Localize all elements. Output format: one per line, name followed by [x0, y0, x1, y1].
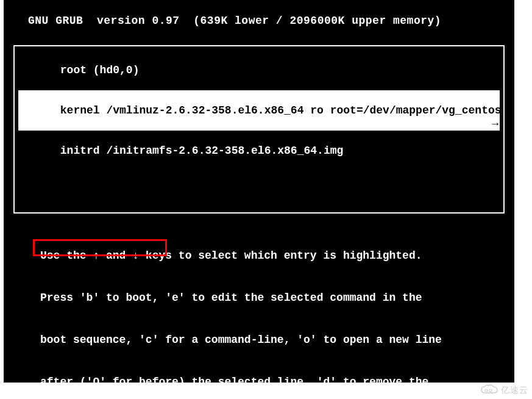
help-line-1: Use the ↑ and ↓ keys to select which ent…: [40, 249, 514, 263]
continuation-arrow-icon: →: [492, 117, 500, 131]
menu-entry-text: initrd /initramfs-2.6.32-358.el6.x86_64.…: [60, 145, 343, 157]
menu-entry-text: root (hd0,0): [60, 64, 140, 76]
help-text-block: Use the ↑ and ↓ keys to select which ent…: [40, 221, 514, 399]
watermark: 亿速云: [480, 384, 528, 397]
help-line-3: boot sequence, 'c' for a command-line, '…: [40, 333, 514, 347]
watermark-text: 亿速云: [501, 385, 528, 396]
help-line-2: Press 'b' to boot, 'e' to edit the selec…: [40, 291, 514, 305]
cloud-icon: [480, 384, 498, 397]
menu-entry-root[interactable]: root (hd0,0): [18, 50, 500, 90]
menu-entry-kernel[interactable]: kernel /vmlinuz-2.6.32-358.el6.x86_64 ro…: [18, 90, 500, 131]
menu-entry-text: kernel /vmlinuz-2.6.32-358.el6.x86_64 ro…: [60, 104, 505, 117]
grub-console: GNU GRUB version 0.97 (639K lower / 2096…: [4, 0, 514, 383]
svg-point-0: [485, 389, 488, 392]
boot-menu-box[interactable]: root (hd0,0) kernel /vmlinuz-2.6.32-358.…: [13, 45, 505, 214]
help-line-4: after ('O' for before) the selected line…: [40, 375, 514, 389]
grub-header: GNU GRUB version 0.97 (639K lower / 2096…: [4, 0, 514, 27]
svg-point-1: [489, 389, 492, 392]
menu-entry-initrd[interactable]: initrd /initramfs-2.6.32-358.el6.x86_64.…: [18, 131, 500, 171]
